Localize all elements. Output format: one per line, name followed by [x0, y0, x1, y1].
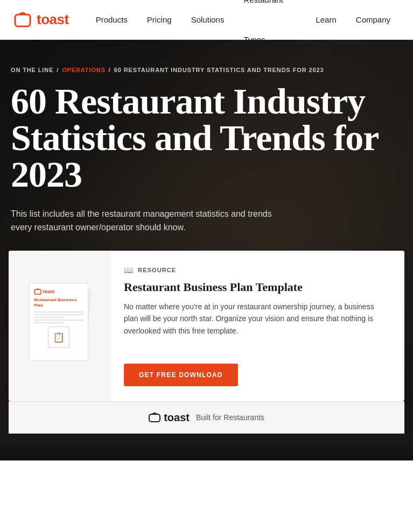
nav-learn[interactable]: Learn: [306, 0, 346, 40]
svg-rect-2: [149, 414, 160, 422]
doc-front: toast Restaurant Business Plan 📋: [29, 283, 88, 361]
toast-footer-logo-icon: [149, 412, 160, 423]
breadcrumb-sep1: /: [54, 67, 61, 73]
card-image-column: toast Restaurant Business Plan 📋: [9, 251, 111, 401]
nav-links: Products Pricing Solutions Restaurant Ty…: [86, 0, 400, 60]
card-title: Restaurant Business Plan Template: [124, 280, 389, 295]
card-description: No matter where you're at in your restau…: [124, 301, 389, 337]
doc-box: 📋: [48, 327, 69, 348]
navbar: toast Products Pricing Solutions Restaur…: [0, 0, 413, 40]
doc-line-short: [34, 322, 64, 323]
resource-card: toast Restaurant Business Plan 📋: [9, 251, 404, 401]
breadcrumb-current: 60 RESTAURANT INDUSTRY STATISTICS AND TR…: [114, 67, 324, 73]
toast-footer-logo: toast: [149, 412, 190, 424]
doc-line: [34, 311, 83, 313]
nav-restaurant-types[interactable]: Restaurant Types: [234, 0, 306, 60]
footer-tagline: Built for Restaurants: [196, 413, 264, 422]
card-content-column: 📖 RESOURCE Restaurant Business Plan Temp…: [111, 251, 404, 401]
document-stack: toast Restaurant Business Plan 📋: [25, 283, 95, 369]
doc-logo-text: toast: [43, 289, 55, 294]
nav-pricing[interactable]: Pricing: [137, 0, 181, 40]
nav-solutions[interactable]: Solutions: [181, 0, 234, 40]
breadcrumb-link1[interactable]: ON THE LINE: [11, 67, 53, 73]
toast-footer-bar: toast Built for Restaurants: [9, 401, 404, 434]
resource-tag-label: RESOURCE: [138, 267, 176, 273]
resource-card-wrapper: toast Restaurant Business Plan 📋: [0, 251, 413, 434]
hero-content: ON THE LINE / OPERATIONS / 60 RESTAURANT…: [0, 40, 413, 256]
doc-line: [34, 320, 83, 321]
doc-logo-icon: [34, 288, 41, 295]
doc-title-text: Restaurant Business Plan: [34, 297, 83, 309]
logo-text: toast: [37, 11, 69, 28]
nav-products[interactable]: Products: [86, 0, 137, 40]
svg-rect-0: [15, 15, 30, 26]
book-icon: 📖: [124, 266, 134, 274]
doc-line: [34, 314, 83, 315]
hero-title: 60 Restaurant Industry Statistics and Tr…: [11, 83, 398, 193]
breadcrumb-link2[interactable]: OPERATIONS: [62, 67, 106, 73]
doc-logo: toast: [34, 288, 83, 295]
toast-footer-name: toast: [164, 412, 190, 424]
hero-section: ON THE LINE / OPERATIONS / 60 RESTAURANT…: [0, 40, 413, 434]
breadcrumb-sep2: /: [107, 67, 113, 73]
doc-line-short: [34, 317, 64, 318]
download-button[interactable]: GET FREE DOWNLOAD: [124, 364, 238, 386]
resource-tag: 📖 RESOURCE: [124, 266, 389, 274]
svg-rect-1: [34, 289, 41, 294]
bottom-dark-area: [0, 434, 413, 460]
hero-subtitle: This list includes all the restaurant ma…: [11, 208, 280, 235]
doc-box-icon: 📋: [53, 331, 65, 343]
doc-lines: [34, 311, 83, 323]
toast-logo-icon: [13, 10, 32, 30]
breadcrumb: ON THE LINE / OPERATIONS / 60 RESTAURANT…: [11, 67, 402, 73]
nav-company[interactable]: Company: [346, 0, 400, 40]
logo-link[interactable]: toast: [13, 10, 69, 30]
